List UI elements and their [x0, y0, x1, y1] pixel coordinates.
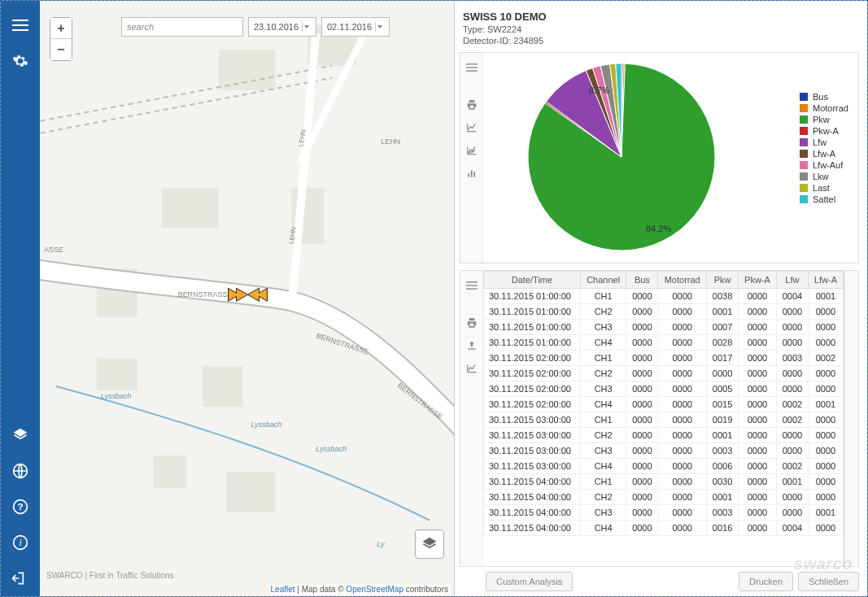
barchart-icon[interactable]: [464, 165, 480, 181]
col-header[interactable]: Pkw-A: [739, 272, 777, 289]
svg-rect-11: [162, 188, 219, 229]
svg-rect-0: [12, 20, 28, 21]
legend-item[interactable]: Pkw-A: [800, 126, 848, 136]
date-to-input[interactable]: 02.11.2016: [321, 17, 390, 37]
svg-rect-32: [468, 173, 469, 177]
detail-pane: SWISS 10 DEMO Type: SW2224 Detector-ID: …: [455, 1, 867, 596]
globe-icon[interactable]: [7, 458, 33, 484]
swarco-footer-text: SWARCO | First in Traffic Solutions: [46, 571, 174, 580]
svg-rect-16: [227, 472, 276, 512]
table-row[interactable]: 30.11.2015 02:00:00CH2000000000000000000…: [484, 366, 844, 381]
legend-item[interactable]: Lfw-Auf: [800, 160, 848, 170]
table-chart-icon[interactable]: [464, 360, 480, 377]
table-row[interactable]: 30.11.2015 01:00:00CH3000000000007000000…: [484, 320, 844, 335]
legend-item[interactable]: Sattel: [800, 194, 848, 204]
multiline-icon[interactable]: [464, 142, 480, 159]
table-row[interactable]: 30.11.2015 02:00:00CH1000000000017000000…: [484, 351, 844, 366]
logout-icon[interactable]: [7, 565, 33, 591]
page-title: SWISS 10 DEMO: [463, 11, 856, 23]
table-menu-icon[interactable]: [464, 277, 480, 294]
col-header[interactable]: Date/Time: [484, 272, 581, 289]
search-input[interactable]: search: [121, 17, 243, 37]
svg-rect-15: [203, 366, 243, 407]
custom-analysis-button[interactable]: Custom Analysis: [486, 572, 573, 591]
leaflet-link[interactable]: Leaflet: [271, 585, 295, 594]
table-row[interactable]: 30.11.2015 04:00:00CH2000000000001000000…: [484, 490, 844, 505]
table-row[interactable]: 30.11.2015 04:00:00CH1000000000030000000…: [484, 474, 844, 490]
table-row[interactable]: 30.11.2015 04:00:00CH4000000000016000000…: [484, 521, 844, 536]
table-row[interactable]: 30.11.2015 03:00:00CH2000000000001000000…: [484, 428, 844, 443]
svg-text:i: i: [19, 538, 21, 548]
pie-label-pkw: 84.2%: [646, 224, 671, 233]
col-header[interactable]: Channel: [580, 272, 626, 289]
col-header[interactable]: Bus: [626, 272, 658, 289]
linechart-icon[interactable]: [464, 120, 480, 136]
table-row[interactable]: 30.11.2015 03:00:00CH1000000000019000000…: [484, 412, 844, 428]
legend-item[interactable]: Lfw: [800, 137, 848, 147]
osm-link[interactable]: OpenStreetMap: [346, 585, 403, 594]
col-header[interactable]: Lfw-A: [808, 272, 843, 289]
table-row[interactable]: 30.11.2015 01:00:00CH4000000000028000000…: [484, 335, 844, 351]
print-icon[interactable]: [464, 97, 480, 113]
table-row[interactable]: 30.11.2015 03:00:00CH3000000000003000000…: [484, 443, 844, 459]
pie-label-lfw: 8.7%: [589, 85, 609, 95]
table-row[interactable]: 30.11.2015 02:00:00CH3000000000005000000…: [484, 381, 844, 397]
legend-item[interactable]: Bus: [800, 92, 848, 102]
legend-item[interactable]: Motorrad: [800, 103, 848, 113]
table-row[interactable]: 30.11.2015 02:00:00CH4000000000015000000…: [484, 397, 844, 412]
layers-icon[interactable]: [7, 422, 33, 448]
svg-rect-36: [466, 285, 478, 285]
svg-text:ASSE: ASSE: [44, 246, 63, 254]
chart-menu-icon[interactable]: [464, 59, 480, 76]
svg-rect-29: [466, 63, 478, 64]
svg-rect-34: [473, 172, 475, 176]
svg-rect-14: [97, 358, 137, 390]
svg-rect-1: [12, 24, 28, 26]
svg-rect-9: [219, 50, 276, 90]
legend-item[interactable]: Lkw: [800, 172, 848, 181]
table-print-icon[interactable]: [464, 315, 480, 331]
table-row[interactable]: 30.11.2015 03:00:00CH4000000000006000000…: [484, 459, 844, 474]
map-layers-button[interactable]: [415, 529, 444, 559]
data-table-scroll[interactable]: Date/TimeChannelBusMotorradPkwPkw-ALfwLf…: [483, 271, 844, 566]
svg-text:BERNSTRASSE: BERNSTRASSE: [178, 290, 233, 298]
chart-panel: 8.7% 84.2% BusMotorradPkwPkw-ALfwLfw-ALf…: [460, 52, 859, 264]
legend-item[interactable]: Last: [800, 183, 848, 193]
legend-item[interactable]: Lfw-A: [800, 149, 848, 159]
svg-text:Lyssbach: Lyssbach: [251, 421, 281, 429]
menu-icon[interactable]: [7, 12, 33, 38]
svg-text:LEHN: LEHN: [381, 137, 400, 146]
export-icon[interactable]: [464, 338, 480, 354]
date-from-input[interactable]: 23.10.2016: [248, 17, 316, 37]
svg-rect-2: [12, 29, 28, 31]
svg-rect-33: [470, 171, 472, 177]
data-table-panel: Date/TimeChannelBusMotorradPkwPkw-ALfwLf…: [460, 270, 859, 567]
svg-text:Lyssbach: Lyssbach: [316, 445, 347, 453]
scrollbar[interactable]: [844, 271, 858, 566]
table-row[interactable]: 30.11.2015 04:00:00CH3000000000003000000…: [484, 505, 844, 521]
svg-rect-31: [466, 71, 478, 72]
svg-rect-17: [154, 455, 186, 488]
print-button[interactable]: Drucken: [739, 572, 793, 591]
info-icon[interactable]: i: [7, 529, 33, 556]
col-header[interactable]: Lfw: [776, 272, 808, 289]
zoom-in-button[interactable]: +: [50, 18, 72, 39]
swarco-logo: swarco: [794, 555, 853, 573]
table-row[interactable]: 30.11.2015 01:00:00CH1000000000038000000…: [484, 289, 844, 304]
svg-text:Lyssbach: Lyssbach: [101, 392, 132, 400]
col-header[interactable]: Motorrad: [658, 272, 707, 289]
zoom-out-button[interactable]: −: [50, 39, 72, 60]
pie-chart: [524, 59, 719, 255]
legend-item[interactable]: Pkw: [800, 115, 848, 124]
chart-legend: BusMotorradPkwPkw-ALfwLfw-ALfw-AufLkwLas…: [800, 90, 848, 206]
zoom-control: + −: [50, 17, 72, 61]
table-row[interactable]: 30.11.2015 01:00:00CH2000000000001000000…: [484, 304, 844, 320]
col-header[interactable]: Pkw: [706, 272, 738, 289]
data-table: Date/TimeChannelBusMotorradPkwPkw-ALfwLf…: [483, 271, 844, 536]
map-pane[interactable]: BERNSTRASSE BERNSTRASSE BERNSTRASSE LEHN…: [40, 1, 455, 596]
svg-rect-37: [466, 289, 478, 290]
settings-icon[interactable]: [7, 48, 33, 74]
help-icon[interactable]: ?: [7, 494, 33, 520]
close-button[interactable]: Schließen: [798, 572, 859, 591]
sidebar: ? i: [1, 1, 40, 596]
